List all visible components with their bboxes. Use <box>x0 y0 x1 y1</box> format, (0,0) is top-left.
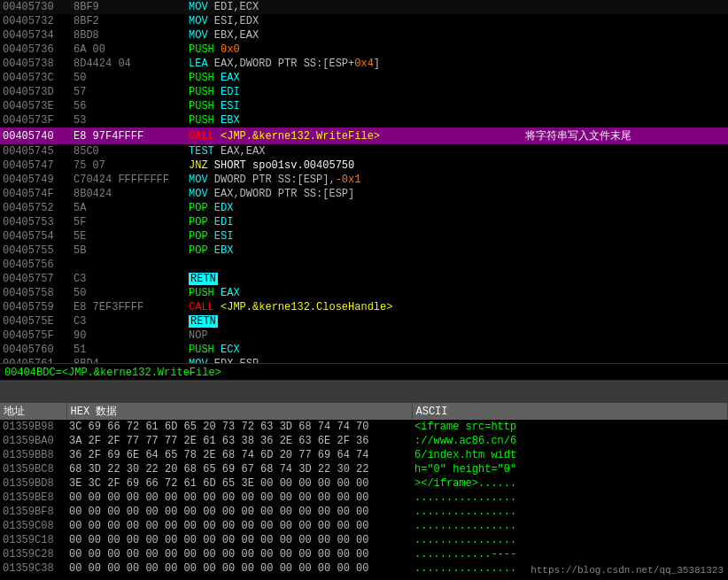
disasm-inst: PUSH 0x0 <box>186 43 523 57</box>
hex-row-bytes: 00 00 00 00 00 00 00 00 00 00 00 00 00 0… <box>66 491 412 505</box>
disasm-comment <box>523 343 728 357</box>
disasm-inst: PUSH ECX <box>186 343 523 357</box>
disasm-inst: POP EDX <box>186 201 523 215</box>
disasm-inst: MOV EDX,ESP <box>186 357 523 363</box>
hex-row-ascii: ................ <box>412 533 728 547</box>
hex-row-addr: 01359C28 <box>0 547 66 561</box>
disasm-inst: MOV EAX,DWORD PTR SS:[ESP] <box>186 187 523 201</box>
disasm-comment <box>523 159 728 173</box>
disasm-hex: 5E <box>71 229 186 244</box>
disasm-hex: E8 97F4FFFF <box>71 128 186 144</box>
disasm-inst: MOV ESI,EDX <box>186 14 523 28</box>
disasm-comment <box>523 258 728 272</box>
disasm-hex: 56 <box>71 99 186 113</box>
hex-row-bytes: 00 00 00 00 00 00 00 00 00 00 00 00 00 0… <box>66 505 412 519</box>
hex-table: 地址 HEX 数据 ASCII 01359B983C 69 66 72 61 6… <box>0 403 728 576</box>
disasm-hex: C3 <box>71 272 186 286</box>
hex-row-ascii: 6/index.htm widt <box>412 448 728 462</box>
disasm-comment <box>523 85 728 99</box>
disasm-inst: MOV DWORD PTR SS:[ESP],-0x1 <box>186 173 523 187</box>
disasm-comment <box>523 43 728 57</box>
disasm-addr: 00405745 <box>0 144 71 159</box>
disasm-addr: 00405754 <box>0 229 71 244</box>
hex-row-ascii: ............---- <box>412 547 728 561</box>
disasm-hex: 75 07 <box>71 159 186 173</box>
hex-row: 01359C2800 00 00 00 00 00 00 00 00 00 00… <box>0 547 728 561</box>
hex-row: 01359C0800 00 00 00 00 00 00 00 00 00 00… <box>0 519 728 533</box>
hex-row: 01359B983C 69 66 72 61 6D 65 20 73 72 63… <box>0 420 728 434</box>
hex-row-bytes: 00 00 00 00 00 00 00 00 00 00 00 00 00 0… <box>66 561 412 576</box>
disasm-addr: 0040573C <box>0 71 71 85</box>
disasm-inst: MOV EDI,ECX <box>186 0 523 14</box>
hex-row-ascii: ................ <box>412 491 728 505</box>
hex-row-ascii: ................ <box>412 519 728 533</box>
disasm-comment <box>523 215 728 229</box>
disasm-comment <box>523 272 728 286</box>
disasm-addr: 0040574F <box>0 187 71 201</box>
hex-row-addr: 01359BD8 <box>0 476 66 491</box>
hex-row: 01359C1800 00 00 00 00 00 00 00 00 00 00… <box>0 533 728 547</box>
disasm-hex: 57 <box>71 85 186 99</box>
disasm-comment <box>523 71 728 85</box>
disasm-addr: 00405757 <box>0 272 71 286</box>
status-bar: 00404BDC=<JMP.&kerne132.WriteFile> <box>0 363 728 381</box>
disasm-addr: 0040573F <box>0 113 71 128</box>
disasm-inst: POP EBX <box>186 244 523 258</box>
disasm-inst: CALL <JMP.&kerne132.CloseHandle> <box>186 300 523 314</box>
disasm-addr: 0040575E <box>0 314 71 329</box>
hex-row: 01359BC868 3D 22 30 22 20 68 65 69 67 68… <box>0 462 728 476</box>
hex-row-ascii: h="0" height="0" <box>412 462 728 476</box>
hex-row-bytes: 68 3D 22 30 22 20 68 65 69 67 68 74 3D 2… <box>66 462 412 476</box>
status-text: 00404BDC=<JMP.&kerne132.WriteFile> <box>4 367 221 379</box>
hex-row-addr: 01359BA0 <box>0 434 66 448</box>
disasm-inst: NOP <box>186 329 523 343</box>
disasm-addr: 00405756 <box>0 258 71 272</box>
hex-row-addr: 01359BC8 <box>0 462 66 476</box>
hex-row-ascii: ................ <box>412 505 728 519</box>
disasm-hex: 8BD4 <box>71 357 186 363</box>
hex-row-bytes: 00 00 00 00 00 00 00 00 00 00 00 00 00 0… <box>66 547 412 561</box>
disasm-hex: 5B <box>71 244 186 258</box>
disasm-inst: POP ESI <box>186 229 523 244</box>
hex-row: 01359BE800 00 00 00 00 00 00 00 00 00 00… <box>0 491 728 505</box>
disasm-addr: 0040573E <box>0 99 71 113</box>
disasm-addr: 00405730 <box>0 0 71 14</box>
disasm-hex: 8BF9 <box>71 0 186 14</box>
watermark-text: https://blog.csdn.net/qq_35381323 <box>531 565 724 576</box>
disasm-hex: 8B0424 <box>71 187 186 201</box>
disasm-comment: 将字符串写入文件末尾 <box>523 128 728 144</box>
disasm-comment <box>523 286 728 300</box>
disasm-comment <box>523 28 728 43</box>
disasm-inst: JNZ SHORT spo01sv.00405750 <box>186 159 523 173</box>
disasm-hex: E8 7EF3FFFF <box>71 300 186 314</box>
disasm-inst: PUSH EDI <box>186 85 523 99</box>
disasm-addr: 00405747 <box>0 159 71 173</box>
hex-row-ascii: ://www.ac86.cn/6 <box>412 434 728 448</box>
hex-row-addr: 01359C18 <box>0 533 66 547</box>
hex-row-addr: 01359C08 <box>0 519 66 533</box>
disasm-addr: 00405755 <box>0 244 71 258</box>
disasm-comment <box>523 0 728 14</box>
watermark: https://blog.csdn.net/qq_35381323 <box>531 565 724 576</box>
disasm-comment <box>523 144 728 159</box>
disasm-comment <box>523 329 728 343</box>
disasm-inst <box>186 258 523 272</box>
hex-row-addr: 01359BB8 <box>0 448 66 462</box>
disasm-addr: 00405753 <box>0 215 71 229</box>
disasm-hex: 8D4424 04 <box>71 57 186 71</box>
disasm-comment <box>523 201 728 215</box>
disasm-addr: 00405736 <box>0 43 71 57</box>
disasm-addr: 00405732 <box>0 14 71 28</box>
disasm-addr: 00405740 <box>0 128 71 144</box>
hex-row: 01359BB836 2F 69 6E 64 65 78 2E 68 74 6D… <box>0 448 728 462</box>
disasm-inst: LEA EAX,DWORD PTR SS:[ESP+0x4] <box>186 57 523 71</box>
disasm-hex: 53 <box>71 113 186 128</box>
disasm-hex: 85C0 <box>71 144 186 159</box>
hex-header-ascii: ASCII <box>412 403 728 420</box>
disasm-comment <box>523 113 728 128</box>
disasm-hex: C70424 FFFFFFFF <box>71 173 186 187</box>
panel-gap <box>0 381 728 403</box>
disasm-comment <box>523 57 728 71</box>
hex-header-addr: 地址 <box>0 403 66 420</box>
hex-row-bytes: 3E 3C 2F 69 66 72 61 6D 65 3E 00 00 00 0… <box>66 476 412 491</box>
